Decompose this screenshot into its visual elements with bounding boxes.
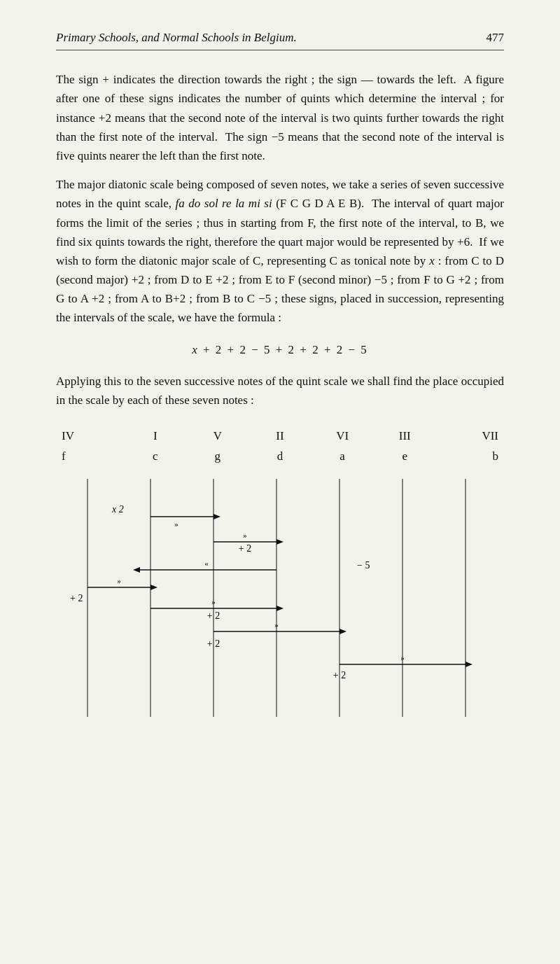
svg-text:+ 2: + 2 xyxy=(70,593,83,603)
svg-marker-15 xyxy=(133,567,140,573)
svg-text:»: » xyxy=(211,597,216,606)
svg-text:− 5: − 5 xyxy=(357,560,370,571)
svg-marker-8 xyxy=(214,514,220,519)
col-header-II: II xyxy=(248,426,311,445)
svg-marker-19 xyxy=(150,585,158,590)
svg-text:+ 2: + 2 xyxy=(207,638,220,649)
note-g: g xyxy=(186,447,248,466)
main-content: The sign + indicates the direction towar… xyxy=(56,70,504,723)
header-title: Primary Schools, and Normal Schools in B… xyxy=(56,28,297,47)
paragraph-3: Applying this to the seven successive no… xyxy=(56,372,504,410)
note-d: d xyxy=(248,447,311,466)
svg-text:»: » xyxy=(174,519,178,528)
header-page: 477 xyxy=(486,28,505,47)
svg-marker-32 xyxy=(465,662,472,667)
svg-text:+ 2: + 2 xyxy=(239,543,251,554)
svg-marker-28 xyxy=(340,629,346,634)
col-header-VI: VI xyxy=(312,426,374,445)
svg-text:»: » xyxy=(400,653,405,662)
svg-text:«: « xyxy=(204,559,209,567)
col-header-IV: IV xyxy=(62,426,124,445)
paragraph-1: The sign + indicates the direction towar… xyxy=(56,70,504,165)
note-a: a xyxy=(312,447,374,466)
svg-text:»: » xyxy=(243,531,247,539)
svg-text:+ 2: + 2 xyxy=(207,610,220,621)
diagram-section: IV I V II VI III VII f c g d a e b xyxy=(56,426,504,723)
note-e: e xyxy=(374,447,436,466)
svg-marker-24 xyxy=(276,606,284,611)
svg-text:+ 2: + 2 xyxy=(333,670,346,680)
formula: x + 2 + 2 − 5 + 2 + 2 + 2 − 5 xyxy=(56,340,504,359)
x2-label: x 2 xyxy=(111,504,124,515)
page-header: Primary Schools, and Normal Schools in B… xyxy=(56,28,504,50)
svg-marker-11 xyxy=(276,539,284,545)
note-f: f xyxy=(62,447,124,466)
svg-text:»: » xyxy=(117,576,121,585)
col-header-I: I xyxy=(124,426,186,445)
svg-text:»: » xyxy=(274,620,279,629)
col-header-VII: VII xyxy=(436,426,498,445)
col-header-V: V xyxy=(186,426,248,445)
interval-diagram: x 2 » » + 2 « − 5 xyxy=(56,472,504,724)
paragraph-2: The major diatonic scale being composed … xyxy=(56,175,504,328)
col-header-III: III xyxy=(374,426,436,445)
note-c: c xyxy=(124,447,186,466)
note-b: b xyxy=(436,447,498,466)
